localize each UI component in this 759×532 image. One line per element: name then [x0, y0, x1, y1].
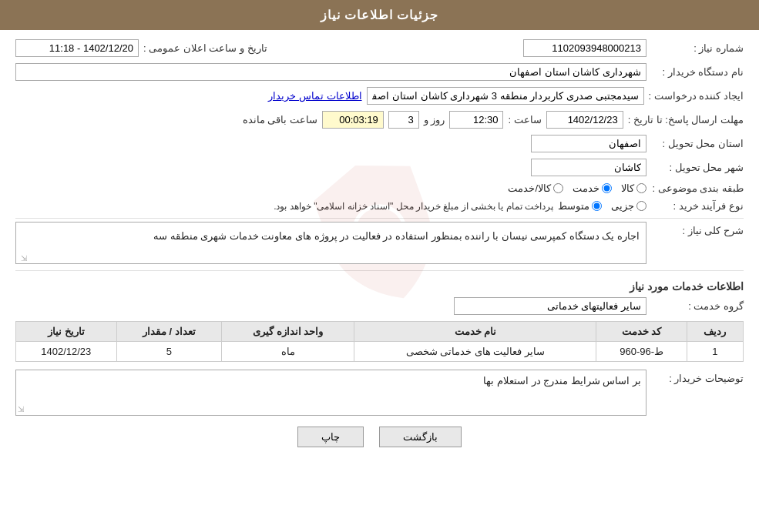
- print-button[interactable]: چاپ: [297, 427, 364, 447]
- col-header-name: نام خدمت: [354, 322, 596, 342]
- service-group-input[interactable]: [454, 297, 646, 315]
- purchase-type-note: پرداخت تمام یا بخشی از مبلغ خریدار محل "…: [15, 201, 553, 212]
- buyer-name-label: نام دستگاه خریدار :: [651, 66, 744, 78]
- page-header: جزئیات اطلاعات نیاز: [0, 0, 759, 30]
- table-cell-unit: ماه: [222, 342, 354, 362]
- col-header-unit: واحد اندازه گیری: [222, 322, 354, 342]
- purchase-type-jozi-label: جزیی: [611, 200, 634, 212]
- divider-2: [15, 270, 744, 271]
- announce-label: تاریخ و ساعت اعلان عمومی :: [143, 42, 267, 54]
- table-cell-code: ط-96-960: [596, 342, 687, 362]
- col-header-date: تاریخ نیاز: [16, 322, 117, 342]
- category-radio-kala-khedmat[interactable]: [553, 183, 563, 193]
- purchase-type-motavaset-label: متوسط: [558, 200, 589, 212]
- need-number-row: شماره نیاز : تاریخ و ساعت اعلان عمومی :: [15, 39, 744, 57]
- back-button[interactable]: بازگشت: [379, 427, 462, 447]
- need-description-label: شرح کلی نیاز :: [651, 222, 744, 236]
- resize-handle-notes-icon: ⇲: [18, 405, 24, 413]
- deadline-date-input[interactable]: [546, 111, 623, 129]
- deadline-label: مهلت ارسال پاسخ: تا تاریخ :: [628, 114, 744, 125]
- resize-handle-icon: ⇲: [18, 253, 27, 262]
- table-row: 1ط-96-960سایر فعالیت های خدماتی شخصیماه5…: [16, 342, 744, 362]
- need-description-text: اجاره یک دستگاه کمپرسی نیسان با راننده ب…: [153, 230, 640, 242]
- need-description-row: شرح کلی نیاز : اجاره یک دستگاه کمپرسی نی…: [15, 222, 744, 264]
- announce-input[interactable]: [15, 39, 139, 57]
- deadline-days-label: روز و: [424, 114, 445, 125]
- table-cell-quantity: 5: [116, 342, 222, 362]
- purchase-type-motavaset[interactable]: متوسط: [558, 200, 602, 212]
- purchase-type-label: نوع فرآیند خرید :: [651, 200, 744, 212]
- col-header-code: کد خدمت: [596, 322, 687, 342]
- service-group-label: گروه خدمت :: [651, 300, 744, 312]
- purchase-type-jozi[interactable]: جزیی: [611, 200, 646, 212]
- category-khedmat-label: خدمت: [573, 182, 599, 194]
- city-label: شهر محل تحویل :: [651, 162, 744, 173]
- buyer-notes-box: بر اساس شرایط مندرج در استعلام بها ⇲: [15, 370, 646, 416]
- deadline-remaining-label: ساعت باقی مانده: [243, 114, 317, 125]
- buyer-name-row: نام دستگاه خریدار :: [15, 63, 744, 81]
- buyer-notes-label: توضیحات خریدار :: [651, 370, 744, 384]
- table-cell-row: 1: [687, 342, 743, 362]
- purchase-type-row: نوع فرآیند خرید : جزیی متوسط پرداخت تمام…: [15, 200, 744, 212]
- category-label: طبقه بندی موضوعی :: [651, 182, 744, 194]
- deadline-row: مهلت ارسال پاسخ: تا تاریخ : ساعت : روز و…: [15, 111, 744, 129]
- buyer-notes-text: بر اساس شرایط مندرج در استعلام بها: [483, 375, 641, 386]
- deadline-time-label: ساعت :: [508, 114, 541, 125]
- purchase-type-radio-jozi[interactable]: [636, 201, 646, 211]
- need-number-label: شماره نیاز :: [651, 42, 744, 54]
- page-title: جزئیات اطلاعات نیاز: [321, 8, 439, 22]
- category-row: طبقه بندی موضوعی : کالا خدمت کالا/خدمت: [15, 182, 744, 194]
- button-row: بازگشت چاپ: [15, 427, 744, 447]
- contact-info-link[interactable]: اطلاعات تماس خریدار: [268, 90, 361, 102]
- deadline-days-input[interactable]: [388, 111, 419, 129]
- creator-label: ایجاد کننده درخواست :: [649, 90, 744, 102]
- service-group-row: گروه خدمت :: [15, 297, 744, 315]
- category-radio-khedmat[interactable]: [602, 183, 612, 193]
- table-header-row: ردیف کد خدمت نام خدمت واحد اندازه گیری ت…: [16, 322, 744, 342]
- services-table: ردیف کد خدمت نام خدمت واحد اندازه گیری ت…: [15, 321, 744, 362]
- divider-1: [15, 218, 744, 219]
- deadline-remaining-input[interactable]: [322, 111, 384, 129]
- table-cell-name: سایر فعالیت های خدماتی شخصی: [354, 342, 596, 362]
- services-section-title: اطلاعات خدمات مورد نیاز: [15, 280, 744, 293]
- province-input[interactable]: [531, 135, 646, 152]
- category-option-khedmat[interactable]: خدمت: [573, 182, 612, 194]
- city-row: شهر محل تحویل :: [15, 159, 744, 176]
- col-header-quantity: تعداد / مقدار: [116, 322, 222, 342]
- category-option-kala-khedmat[interactable]: کالا/خدمت: [508, 182, 563, 194]
- purchase-type-radio-motavaset[interactable]: [592, 201, 602, 211]
- need-description-box: اجاره یک دستگاه کمپرسی نیسان با راننده ب…: [15, 222, 646, 264]
- category-kala-khedmat-label: کالا/خدمت: [508, 182, 551, 194]
- category-option-kala[interactable]: کالا: [621, 182, 646, 194]
- buyer-name-input[interactable]: [15, 63, 646, 81]
- col-header-row-num: ردیف: [687, 322, 743, 342]
- purchase-type-radio-group: جزیی متوسط: [558, 200, 646, 212]
- category-radio-kala[interactable]: [636, 183, 646, 193]
- table-cell-date: 1402/12/23: [16, 342, 117, 362]
- city-input[interactable]: [531, 159, 646, 176]
- province-row: استان محل تحویل :: [15, 135, 744, 152]
- buyer-notes-row: توضیحات خریدار : بر اساس شرایط مندرج در …: [15, 370, 744, 416]
- creator-row: ایجاد کننده درخواست : اطلاعات تماس خریدا…: [15, 87, 744, 105]
- need-number-input[interactable]: [523, 39, 646, 57]
- category-kala-label: کالا: [621, 182, 634, 194]
- deadline-time-input[interactable]: [449, 111, 503, 129]
- category-radio-group: کالا خدمت کالا/خدمت: [508, 182, 646, 194]
- province-label: استان محل تحویل :: [651, 138, 744, 149]
- creator-input[interactable]: [367, 87, 644, 105]
